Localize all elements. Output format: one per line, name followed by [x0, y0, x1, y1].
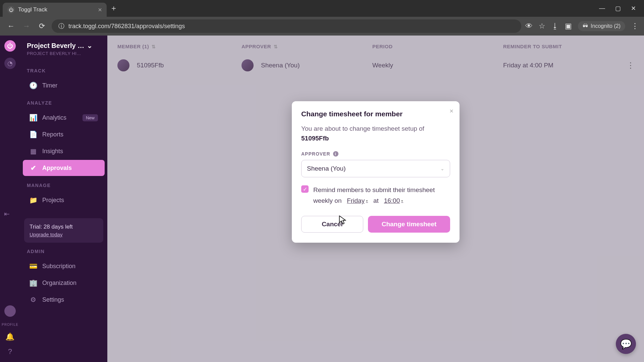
sidebar: Project Beverly … ⌄ PROJECT BEVERLY HI… … [20, 36, 107, 362]
nav-label: Projects [42, 197, 64, 204]
modal-description: You are about to change timesheet setup … [301, 124, 450, 143]
nav-label: Insights [42, 148, 63, 155]
info-icon[interactable]: i [333, 151, 338, 157]
maximize-icon[interactable]: ▢ [615, 5, 621, 12]
remind-at: at [373, 197, 379, 204]
remind-time-select[interactable]: 16:00 ▾ [384, 195, 404, 206]
forward-icon: → [21, 20, 32, 32]
browser-tab-bar: ⏻ Toggl Track × + — ▢ ✕ [0, 0, 644, 17]
analytics-icon: 📊 [30, 114, 37, 122]
sidebar-item-timer[interactable]: 🕐 Timer [23, 77, 105, 94]
sidebar-item-insights[interactable]: ▦ Insights [23, 143, 105, 159]
sidebar-item-projects[interactable]: 📁 Projects [23, 192, 105, 208]
nav-label: Organization [42, 280, 76, 287]
gear-icon: ⚙ [30, 296, 37, 304]
site-info-icon[interactable]: ⓘ [58, 22, 64, 30]
workspace-switcher[interactable]: Project Beverly … ⌄ [27, 42, 101, 50]
remind-day-select[interactable]: Friday ▾ [347, 195, 368, 206]
chevron-down-icon: ▾ [366, 198, 368, 204]
insights-icon: ▦ [30, 147, 37, 155]
modal-close-icon[interactable]: × [449, 107, 453, 115]
nav-label: Settings [42, 296, 64, 303]
timer-icon: 🕐 [30, 81, 37, 89]
subscription-icon: 💳 [30, 262, 37, 270]
workspace-name: Project Beverly … [27, 42, 84, 50]
left-rail: ⏻ ◔ PROFILE 🔔 ? [0, 36, 20, 362]
workspace-subtitle: PROJECT BEVERLY HI… [27, 51, 101, 56]
nav-label: Approvals [42, 165, 72, 172]
browser-tab[interactable]: ⏻ Toggl Track × [3, 3, 107, 17]
close-tab-icon[interactable]: × [98, 6, 102, 14]
chevron-down-icon: ▾ [401, 198, 403, 204]
new-badge: New [83, 114, 98, 121]
chat-widget-icon[interactable]: 💬 [616, 334, 636, 354]
incognito-icon: 🕶 [583, 23, 588, 29]
nav-label: Reports [42, 131, 63, 138]
reports-icon: 📄 [30, 130, 37, 138]
cancel-button[interactable]: Cancel [301, 216, 363, 233]
section-manage: MANAGE [20, 177, 107, 191]
change-timesheet-modal: Change timesheet for member × You are ab… [292, 101, 460, 243]
remind-checkbox[interactable]: ✓ [301, 185, 309, 193]
incognito-badge[interactable]: 🕶 Incognito (2) [578, 21, 625, 31]
reload-icon[interactable]: ⟳ [36, 20, 48, 32]
rail-clock-icon[interactable]: ◔ [4, 58, 16, 69]
help-icon[interactable]: ? [8, 347, 12, 356]
modal-body-prefix: You are about to change timesheet setup … [301, 125, 424, 132]
eye-off-icon[interactable]: 👁 [525, 22, 533, 31]
address-bar[interactable]: ⓘ track.toggl.com/7862831/approvals/sett… [52, 19, 521, 33]
main-content: MEMBER (1) ⇅ APPROVER ⇅ PERIOD REMINDER … [107, 36, 644, 362]
back-icon[interactable]: ← [5, 20, 17, 32]
remind-text: Remind members to submit their timesheet… [313, 185, 450, 206]
tab-favicon-icon: ⏻ [7, 6, 15, 13]
tab-title: Toggl Track [18, 6, 47, 13]
remind-time: 16:00 [384, 195, 400, 206]
section-analyze: ANALYZE [20, 94, 107, 109]
sidebar-item-settings[interactable]: ⚙ Settings [23, 292, 105, 308]
trial-days-left: Trial: 28 days left [30, 224, 98, 230]
url-text: track.toggl.com/7862831/approvals/settin… [68, 23, 185, 30]
change-timesheet-button[interactable]: Change timesheet [368, 216, 450, 233]
browser-menu-icon[interactable]: ⋮ [631, 22, 639, 31]
modal-title: Change timesheet for member [301, 110, 450, 118]
bookmark-icon[interactable]: ☆ [539, 22, 545, 31]
approver-label: APPROVER i [301, 151, 450, 157]
nav-label: Timer [42, 82, 57, 89]
sidebar-item-reports[interactable]: 📄 Reports [23, 126, 105, 142]
rail-power-icon[interactable]: ⏻ [4, 40, 16, 52]
chevron-down-icon: ⌄ [440, 166, 444, 171]
minimize-icon[interactable]: — [599, 5, 605, 12]
sidebar-item-organization[interactable]: 🏢 Organization [23, 275, 105, 291]
remind-day: Friday [347, 195, 365, 206]
new-tab-button[interactable]: + [111, 4, 116, 13]
approver-selected: Sheena (You) [307, 165, 346, 172]
profile-label: PROFILE [2, 323, 18, 326]
sidepanel-icon[interactable]: ▣ [565, 22, 572, 31]
sidebar-item-analytics[interactable]: 📊 Analytics New [23, 110, 105, 126]
approver-select[interactable]: Sheena (You) ⌄ [301, 160, 450, 177]
profile-avatar-icon[interactable] [4, 305, 16, 317]
window-controls: — ▢ ✕ [599, 5, 641, 12]
nav-label: Subscription [42, 263, 75, 270]
browser-toolbar: ← → ⟳ ⓘ track.toggl.com/7862831/approval… [0, 17, 644, 36]
incognito-label: Incognito (2) [591, 23, 621, 29]
upgrade-link[interactable]: Upgrade today [30, 232, 98, 237]
sidebar-item-approvals[interactable]: ✔ Approvals [23, 160, 105, 176]
approvals-icon: ✔ [30, 164, 37, 172]
sidebar-item-subscription[interactable]: 💳 Subscription [23, 258, 105, 274]
close-window-icon[interactable]: ✕ [631, 5, 636, 12]
nav-label: Analytics [42, 114, 66, 121]
notifications-icon[interactable]: 🔔 [5, 333, 14, 341]
chevron-down-icon: ⌄ [87, 42, 93, 50]
organization-icon: 🏢 [30, 279, 37, 287]
section-track: TRACK [20, 62, 107, 77]
downloads-icon[interactable]: ⭳ [551, 22, 559, 31]
modal-member-name: 51095Ffb [301, 135, 329, 142]
trial-box: Trial: 28 days left Upgrade today [24, 218, 103, 243]
collapse-sidebar-icon[interactable]: ⇤ [4, 210, 10, 218]
section-admin: ADMIN [20, 243, 107, 257]
projects-icon: 📁 [30, 196, 37, 204]
